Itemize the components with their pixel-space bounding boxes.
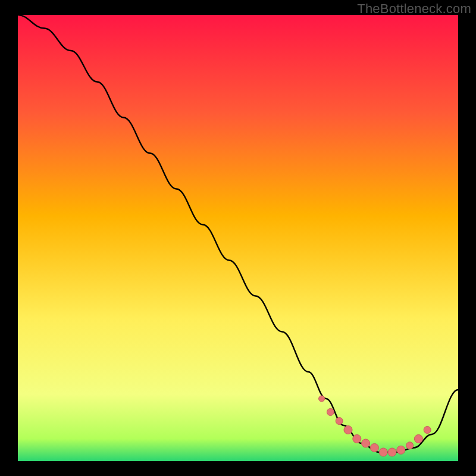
curve-dot — [388, 448, 396, 456]
curve-dot — [397, 446, 405, 454]
curve-dot — [379, 448, 387, 456]
curve-dot — [406, 442, 414, 449]
watermark-text: TheBottleneck.com — [357, 1, 471, 17]
curve-dot — [336, 418, 343, 425]
curve-dot — [327, 409, 334, 416]
bottleneck-curve-chart — [0, 0, 476, 476]
curve-dot — [424, 427, 431, 434]
curve-dot — [344, 426, 352, 434]
gradient-plot-area — [18, 15, 458, 461]
curve-dot — [362, 439, 370, 447]
curve-dot — [353, 435, 361, 443]
curve-dot — [414, 435, 422, 443]
curve-dot — [319, 396, 325, 402]
curve-dot — [370, 444, 378, 452]
chart-frame: TheBottleneck.com — [0, 0, 476, 476]
